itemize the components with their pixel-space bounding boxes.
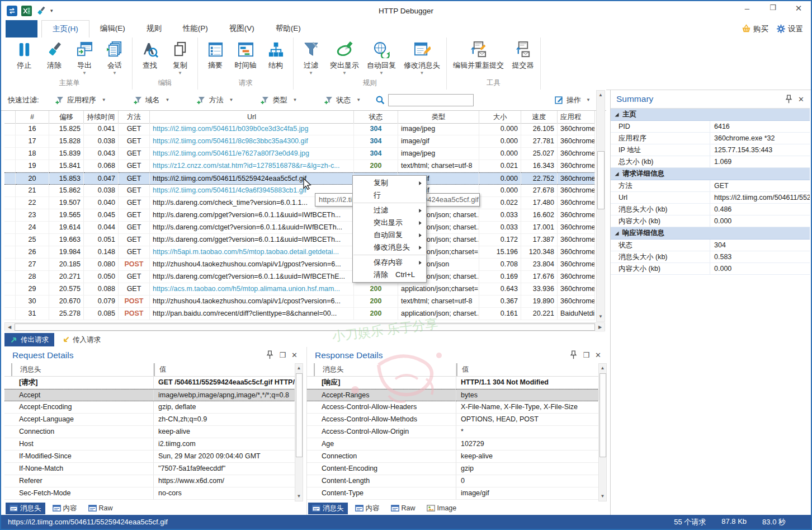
response-header-row[interactable]: Connectionkeep-alive: [307, 451, 607, 463]
request-header-row[interactable]: Acceptimage/webp,image/apng,image/*,*/*;…: [4, 389, 303, 401]
request-value-column-header[interactable]: 值: [154, 363, 303, 376]
column-header-2[interactable]: 偏移: [49, 111, 84, 124]
column-header-10[interactable]: 应用程: [558, 111, 595, 124]
summary-section-2[interactable]: 请求详细信息: [611, 168, 810, 180]
settings-link[interactable]: 设置: [776, 24, 803, 34]
response-header-row[interactable]: Content-Encodinggzip: [307, 463, 607, 475]
context-menu-item-过滤[interactable]: 过滤: [353, 204, 426, 217]
response-tab-消息头[interactable]: 消息头: [308, 503, 348, 514]
table-row[interactable]: 2319.5650.045GEThttp://s.dareng.com/pget…: [4, 209, 596, 222]
table-row[interactable]: 2720.1850.080POSThttp://zhushou4.taokezh…: [4, 259, 596, 271]
request-header-row[interactable]: If-Modified-SinceSun, 29 Mar 2020 09:04:…: [4, 451, 303, 463]
minimize-button[interactable]: –: [742, 3, 753, 13]
request-tab-内容[interactable]: 内容: [49, 503, 81, 514]
response-header-row[interactable]: Content-Length0: [307, 475, 607, 487]
dropdown-arrow-icon[interactable]: ▼: [420, 72, 424, 75]
table-row[interactable]: 1815.8390.043GEThttps://i2.tiimg.com/504…: [4, 148, 596, 160]
context-menu-item-复制[interactable]: 复制: [353, 177, 426, 189]
ribbon-button-highlight[interactable]: 突出显示▼: [326, 37, 363, 75]
summary-section-1[interactable]: 主页: [611, 109, 810, 121]
request-header-row[interactable]: If-None-Match"7507-5a1fa9feecddf": [4, 463, 303, 475]
hscroll-thumb[interactable]: [15, 323, 595, 331]
context-menu-item-突出显示[interactable]: 突出显示: [353, 217, 426, 229]
table-row[interactable]: 2015.8530.047GEThttps://i2.tiimg.com/504…: [4, 172, 596, 185]
scroll-up-icon[interactable]: ▲: [599, 364, 606, 373]
close-icon[interactable]: ✕: [595, 351, 601, 359]
close-icon[interactable]: ✕: [291, 351, 298, 359]
response-header-row[interactable]: Age102729: [307, 438, 607, 451]
table-row[interactable]: 3020.6700.079POSThttp://zhushou4.taokezh…: [4, 296, 596, 308]
table-row[interactable]: 1615.8250.041GEThttps://i2.tiimg.com/504…: [4, 123, 596, 135]
response-tab-raw[interactable]: Raw: [387, 503, 419, 513]
filter-dropdown-1[interactable]: 应用程序▼: [55, 95, 106, 105]
buy-link[interactable]: 购买: [742, 24, 768, 34]
response-header-row[interactable]: Access-Control-Allow-Origin*: [307, 426, 607, 438]
response-value-column-header[interactable]: 值: [456, 363, 607, 376]
menu-tab-5[interactable]: 视图(V): [219, 20, 265, 37]
scroll-down-icon[interactable]: ▼: [295, 492, 303, 501]
export-excel-icon[interactable]: [21, 6, 32, 16]
ribbon-button-structure[interactable]: 结构: [261, 37, 291, 71]
dropdown-arrow-icon[interactable]: ▼: [82, 72, 87, 75]
scroll-thumb[interactable]: [599, 373, 606, 457]
ribbon-button-brush[interactable]: 清除: [39, 37, 69, 71]
table-row[interactable]: 1915.8410.068GEThttps://z12.cnzz.com/sta…: [4, 160, 596, 172]
column-header-3[interactable]: 持续时间: [84, 111, 119, 124]
ribbon-button-session[interactable]: 会话▼: [100, 37, 130, 75]
column-header-1[interactable]: #: [16, 111, 49, 124]
filter-dropdown-5[interactable]: 状态▼: [324, 95, 361, 105]
context-menu-item-自动回复[interactable]: 自动回复: [353, 229, 426, 241]
response-header-row[interactable]: Access-Control-Allow-HeadersX-File-Name,…: [307, 401, 607, 414]
filter-dropdown-4[interactable]: 类型▼: [260, 95, 297, 105]
pin-icon[interactable]: [785, 95, 792, 103]
request-header-row[interactable]: [请求]GET /504611/55259424eaa5c5cf.gif HTT…: [4, 377, 303, 389]
ribbon-button-resubmit[interactable]: 编辑并重新提交: [449, 37, 508, 71]
request-header-row[interactable]: Accept-Encodinggzip, deflate: [4, 401, 303, 414]
filter-dropdown-2[interactable]: 域名▼: [133, 95, 170, 105]
request-header-row[interactable]: Refererhttps://www.x6d.com/: [4, 475, 303, 487]
ribbon-button-composer[interactable]: 提交器: [508, 37, 538, 71]
dropdown-arrow-icon[interactable]: ▼: [112, 72, 117, 75]
ribbon-button-stop[interactable]: 停止: [9, 37, 39, 71]
column-header-7[interactable]: 类型: [398, 111, 479, 124]
ribbon-button-timeline[interactable]: 时间轴: [230, 37, 261, 71]
response-key-column-header[interactable]: 消息头: [314, 363, 456, 376]
close-button[interactable]: ✕: [793, 3, 804, 13]
ribbon-button-find[interactable]: 查找: [135, 37, 165, 71]
menu-tab-2[interactable]: 编辑(E): [89, 20, 136, 37]
context-menu-item-修改消息头[interactable]: 修改消息头: [353, 241, 426, 254]
stream-tab-2[interactable]: 传入请求: [56, 333, 106, 346]
menu-tab-3[interactable]: 规则: [136, 20, 172, 37]
menu-tab-4[interactable]: 性能(P): [172, 20, 219, 37]
table-row[interactable]: 2920.5750.088GEThttps://acs.m.taobao.com…: [4, 283, 596, 296]
scroll-up-icon[interactable]: ▲: [597, 91, 605, 100]
table-row[interactable]: 2419.6140.044GEThttp://s.dareng.com/ctge…: [4, 222, 596, 234]
column-header-9[interactable]: 速度: [521, 111, 558, 124]
ribbon-button-funnel[interactable]: 过滤▼: [296, 37, 326, 75]
request-header-row[interactable]: Accept-Languagezh-CN,zh;q=0.9: [4, 414, 303, 426]
response-header-row[interactable]: Content-Typeimage/gif: [307, 487, 607, 500]
summary-section-3[interactable]: 响应详细信息: [611, 227, 810, 240]
pin-icon[interactable]: [266, 351, 273, 359]
dropdown-arrow-icon[interactable]: ▼: [178, 72, 182, 75]
ribbon-button-modify[interactable]: 修改消息头▼: [400, 37, 444, 75]
response-tab-内容[interactable]: 内容: [351, 503, 384, 514]
ribbon-button-copy[interactable]: 复制▼: [165, 37, 195, 75]
column-header-5[interactable]: Url: [150, 111, 354, 124]
file-menu-block[interactable]: [6, 20, 37, 37]
menu-tab-6[interactable]: 帮助(E): [265, 20, 311, 37]
dropdown-arrow-icon[interactable]: ▼: [379, 72, 384, 75]
request-header-row[interactable]: Sec-Fetch-Modeno-cors: [4, 487, 303, 500]
ribbon-button-autoreply[interactable]: 自动回复▼: [363, 37, 400, 75]
request-tab-raw[interactable]: Raw: [84, 503, 117, 513]
table-row[interactable]: 2219.5070.040GEThttp://s.dareng.com/chec…: [4, 197, 596, 209]
column-header-4[interactable]: 方法: [119, 111, 150, 124]
action-button[interactable]: 操作 ▼: [554, 95, 591, 105]
maximize-button[interactable]: ❒: [767, 3, 778, 13]
search-input[interactable]: [388, 94, 474, 106]
dropdown-arrow-icon[interactable]: ▼: [342, 72, 347, 75]
close-icon[interactable]: ✕: [798, 95, 804, 104]
request-key-column-header[interactable]: 消息头: [11, 363, 154, 376]
context-menu-item-清除[interactable]: 清除Ctrl+L: [353, 269, 426, 281]
scroll-thumb[interactable]: [296, 373, 303, 457]
